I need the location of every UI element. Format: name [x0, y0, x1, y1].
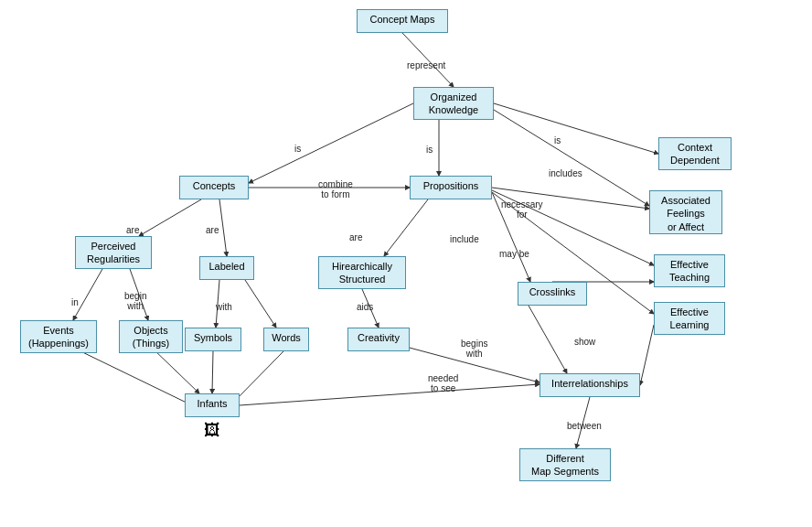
- svg-line-6: [492, 190, 654, 265]
- label-with: with: [216, 302, 232, 312]
- label-begins-with: beginswith: [461, 339, 487, 359]
- svg-line-12: [492, 192, 530, 282]
- node-effective-learning[interactable]: EffectiveLearning: [654, 302, 725, 335]
- label-between: between: [567, 421, 602, 431]
- concept-map-canvas: { "nodes": { "concept_maps": { "label": …: [0, 0, 812, 527]
- svg-line-20: [640, 325, 654, 385]
- node-crosslinks[interactable]: Crosslinks: [518, 282, 587, 306]
- svg-line-9: [139, 199, 201, 236]
- svg-line-19: [529, 306, 567, 373]
- node-effective-teaching[interactable]: EffectiveTeaching: [654, 254, 725, 287]
- node-creativity[interactable]: Creativity: [347, 328, 410, 351]
- node-objects[interactable]: Objects(Things): [119, 320, 183, 353]
- svg-line-0: [402, 33, 454, 87]
- node-hierarchically-structured[interactable]: HirearchicallyStructured: [318, 256, 406, 289]
- svg-line-23: [212, 351, 213, 393]
- label-is-2: is: [426, 145, 433, 155]
- label-show: show: [574, 337, 595, 347]
- svg-line-22: [240, 384, 540, 405]
- svg-line-27: [576, 397, 590, 448]
- label-are-2: are: [206, 225, 219, 235]
- svg-line-14: [73, 269, 102, 320]
- label-begin-with: beginwith: [124, 291, 146, 311]
- svg-line-26: [152, 348, 199, 393]
- node-perceived-regularities[interactable]: PerceivedRegularities: [75, 236, 152, 269]
- node-organized-knowledge[interactable]: OrganizedKnowledge: [413, 87, 494, 120]
- node-context-dependent[interactable]: ContextDependent: [658, 137, 732, 170]
- label-aids: aids: [357, 302, 373, 312]
- label-may-be: may be: [499, 249, 529, 259]
- label-is-3: is: [554, 135, 561, 145]
- label-necessary-for: necessaryfor: [501, 199, 543, 220]
- node-concepts[interactable]: Concepts: [179, 176, 249, 199]
- label-are-1: are: [126, 225, 139, 235]
- label-in: in: [71, 297, 79, 307]
- svg-line-1: [249, 103, 413, 183]
- node-events[interactable]: Events(Happenings): [20, 320, 97, 353]
- node-concept-maps[interactable]: Concept Maps: [357, 9, 448, 33]
- svg-line-17: [245, 280, 276, 328]
- label-combine-to-form: combineto form: [318, 179, 353, 199]
- svg-line-4: [494, 110, 649, 206]
- node-different-map-segments[interactable]: DifferentMap Segments: [519, 448, 611, 481]
- svg-line-25: [73, 348, 192, 405]
- infants-icon: 🖼: [199, 421, 225, 440]
- svg-line-18: [362, 289, 379, 328]
- svg-line-3: [494, 103, 658, 154]
- svg-line-11: [384, 199, 428, 256]
- label-represent: represent: [407, 60, 445, 70]
- label-include: include: [450, 234, 479, 244]
- node-interrelationships[interactable]: Interrelationships: [540, 373, 640, 397]
- svg-line-10: [219, 199, 227, 256]
- label-includes: includes: [549, 168, 582, 178]
- svg-line-16: [216, 280, 219, 328]
- node-words[interactable]: Words: [263, 328, 309, 351]
- node-associated-feelings[interactable]: AssociatedFeelingsor Affect: [649, 190, 722, 234]
- svg-line-15: [130, 269, 148, 320]
- label-is-1: is: [294, 144, 301, 154]
- svg-line-5: [492, 188, 649, 209]
- label-are-3: are: [349, 232, 362, 242]
- label-needed-to-see: neededto see: [428, 373, 458, 393]
- node-propositions[interactable]: Propositions: [410, 176, 492, 199]
- node-labeled[interactable]: Labeled: [199, 256, 254, 280]
- node-symbols[interactable]: Symbols: [185, 328, 241, 351]
- node-infants[interactable]: Infants: [185, 393, 240, 417]
